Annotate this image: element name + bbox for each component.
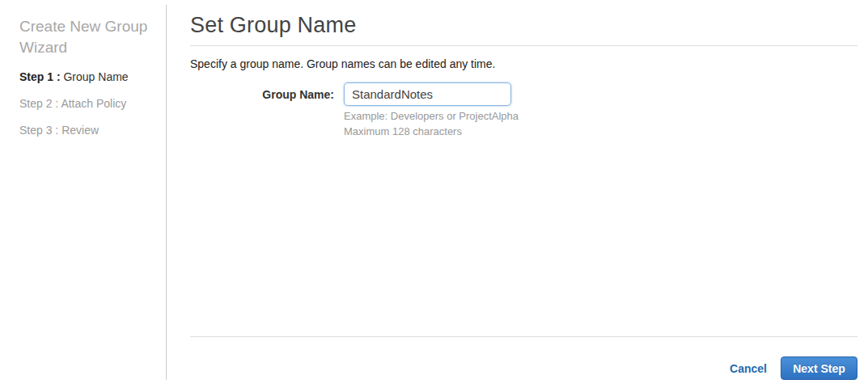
step-label: Review [61,124,99,137]
cancel-button[interactable]: Cancel [730,362,767,375]
sidebar-step-attach-policy: Step 2 : Attach Policy [19,98,158,110]
wizard-steps-sidebar: Create New Group Wizard Step 1 : Group N… [0,5,167,380]
group-name-example-hint: Example: Developers or ProjectAlpha [344,109,519,124]
page-description: Specify a group name. Group names can be… [190,57,857,70]
page-title: Set Group Name [190,13,857,38]
group-name-max-hint: Maximum 128 characters [344,124,519,139]
wizard-footer-actions: Cancel Next Step [190,356,857,388]
group-name-form-row: Group Name: Example: Developers or Proje… [190,82,857,139]
sidebar-step-group-name: Step 1 : Group Name [19,71,158,83]
sidebar-step-review: Step 3 : Review [19,124,158,137]
set-group-name-panel: Set Group Name Specify a group name. Gro… [167,0,868,388]
group-name-input[interactable] [344,82,511,106]
title-divider [190,45,857,46]
step-number: Step 2 : [19,97,58,110]
content-spacer [190,139,857,336]
group-name-label: Group Name: [190,82,339,101]
create-group-wizard-window: Create New Group Wizard Step 1 : Group N… [0,0,868,388]
footer-divider [190,336,857,337]
wizard-title: Create New Group Wizard [19,16,158,58]
step-number: Step 1 : [19,70,61,83]
group-name-field: Example: Developers or ProjectAlpha Maxi… [344,82,519,139]
wizard-step-list: Step 1 : Group Name Step 2 : Attach Poli… [19,71,158,137]
step-label: Attach Policy [61,97,126,110]
next-step-button[interactable]: Next Step [781,356,857,380]
step-label: Group Name [63,70,128,83]
step-number: Step 3 : [19,124,58,137]
